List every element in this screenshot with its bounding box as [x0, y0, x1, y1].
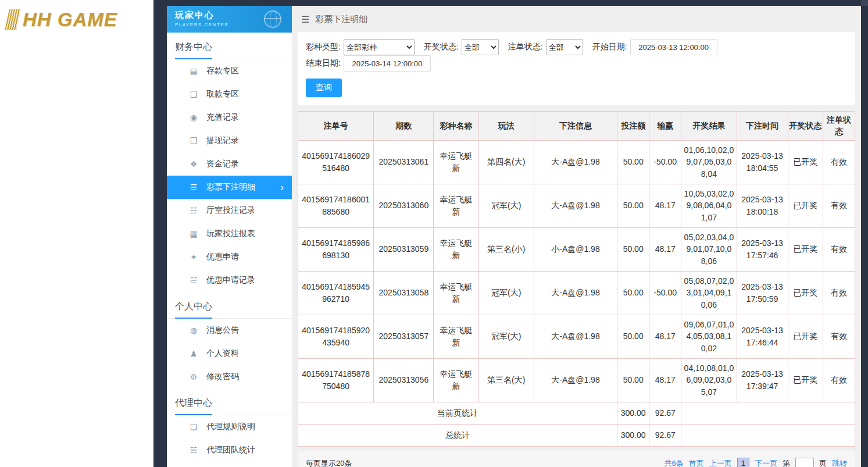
- next-page-link[interactable]: 下一页: [755, 458, 777, 467]
- prev-page-link[interactable]: 上一页: [709, 458, 732, 467]
- sidebar-item-notice[interactable]: ◍ 消息公告: [167, 319, 292, 342]
- lottery-type-select[interactable]: 全部彩种: [344, 39, 415, 55]
- sidebar-item-promo-apply[interactable]: ✦ 优惠申请: [167, 245, 292, 269]
- cell-amount: 50.00: [617, 358, 649, 402]
- draw-status-select[interactable]: 全部: [462, 39, 499, 55]
- table-header-row: 注单号 期数 彩种名称 玩法 下注信息 投注额 输赢 开奖结果 下注时间 开奖状…: [298, 112, 855, 141]
- col-header-amount: 投注额: [617, 112, 649, 141]
- logo-panel: HH GAME: [0, 0, 153, 467]
- first-page-link[interactable]: 首页: [689, 458, 704, 467]
- total-summary-win-loss: 92.67: [649, 424, 681, 446]
- search-button[interactable]: 查询: [306, 79, 342, 97]
- withdraw-icon: ❑: [188, 90, 199, 99]
- cell-lottery: 幸运飞艇新: [434, 140, 478, 184]
- col-header-order-status: 注单状态: [823, 112, 855, 141]
- cell-order-id: 401569174185986698130: [298, 227, 374, 271]
- page-summary-spacer: [681, 402, 855, 424]
- sidebar: 玩家中心 PLAYERS CENTER 财务中心 ▤ 存款专区 ❑ 取款专区 ◉…: [167, 6, 292, 467]
- cell-order-status: 有效: [823, 358, 855, 402]
- pagination-controls: 共6条 首页 上一页 1 下一页 第 页 跳转: [665, 458, 847, 467]
- bet-detail-icon: ☰: [188, 183, 199, 192]
- page-size-text: 每页显示20条: [306, 458, 352, 467]
- page-jump-input[interactable]: [795, 458, 814, 467]
- cell-bet-info: 大-A盘@1.98: [534, 271, 617, 315]
- sidebar-header: 玩家中心 PLAYERS CENTER: [167, 6, 292, 33]
- sidebar-item-label: 提现记录: [206, 136, 239, 146]
- promo-icon: ✦: [188, 252, 199, 262]
- col-header-lottery: 彩种名称: [434, 112, 478, 141]
- report-icon: ▦: [188, 229, 199, 238]
- cell-amount: 50.00: [617, 271, 649, 315]
- section-title-finance: 财务中心: [167, 33, 292, 59]
- total-summary-row: 总统计 300.00 92.67: [298, 424, 855, 446]
- cell-play: 冠军(大): [478, 315, 534, 358]
- cell-win-loss: -50.00: [649, 140, 681, 184]
- stats-icon: ☵: [188, 445, 199, 455]
- cell-result: 10,05,03,02,09,08,06,04,01,07: [681, 184, 737, 227]
- cell-win-loss: 48.17: [649, 315, 681, 358]
- sidebar-item-agent-team-stats[interactable]: ☵ 代理团队统计: [167, 439, 292, 462]
- cell-order-id: 401569174186001885680: [298, 184, 374, 227]
- sidebar-item-lottery-bet-detail[interactable]: ☰ 彩票下注明细 ›: [167, 176, 292, 199]
- jump-button[interactable]: 跳转: [832, 458, 847, 467]
- sidebar-item-label: 修改密码: [206, 372, 239, 382]
- cell-draw-status: 已开奖: [788, 227, 823, 271]
- sidebar-item-label: 存款专区: [206, 66, 239, 76]
- lottery-type-label: 彩种类型:: [306, 42, 341, 52]
- cell-win-loss: -50.00: [649, 271, 681, 315]
- sidebar-item-change-password[interactable]: ⚙ 修改密码: [167, 365, 292, 388]
- cell-bet-time: 2025-03-13 17:46:44: [737, 315, 788, 358]
- sidebar-item-hall-bet-record[interactable]: ☷ 厅室投注记录: [167, 199, 292, 222]
- logo-bars-icon: [5, 9, 21, 30]
- cell-period: 20250313056: [374, 358, 434, 402]
- sidebar-item-profile[interactable]: ♟ 个人资料: [167, 342, 292, 365]
- total-summary-amount: 300.00: [617, 424, 649, 446]
- sidebar-item-player-bet-report[interactable]: ▦ 玩家投注报表: [167, 222, 292, 245]
- table-row: 401569174185986698130 20250313059 幸运飞艇新 …: [298, 227, 855, 271]
- cell-period: 20250313058: [374, 271, 434, 315]
- button-row: 查询: [306, 79, 847, 97]
- cell-draw-status: 已开奖: [788, 315, 823, 358]
- cell-amount: 50.00: [617, 184, 649, 227]
- start-date-input[interactable]: [630, 39, 717, 55]
- sidebar-item-label: 代理团队统计: [206, 445, 255, 455]
- page-summary-amount: 300.00: [617, 402, 649, 424]
- logo: HH GAME: [0, 0, 153, 38]
- sidebar-item-promo-apply-record[interactable]: ☱ 优惠申请记录: [167, 269, 292, 292]
- withdrawal-record-icon: ❒: [188, 136, 199, 145]
- bet-table: 注单号 期数 彩种名称 玩法 下注信息 投注额 输赢 开奖结果 下注时间 开奖状…: [298, 111, 855, 447]
- order-status-select[interactable]: 全部: [546, 39, 583, 55]
- filter-lottery-type: 彩种类型: 全部彩种: [306, 39, 415, 55]
- cell-order-status: 有效: [823, 184, 855, 227]
- sidebar-item-recharge-record[interactable]: ◉ 充值记录: [167, 106, 292, 129]
- page-summary-win-loss: 92.67: [649, 402, 681, 424]
- current-page-button[interactable]: 1: [737, 458, 749, 467]
- cell-amount: 50.00: [617, 315, 649, 358]
- sidebar-item-withdrawal-record[interactable]: ❒ 提现记录: [167, 129, 292, 152]
- chevron-right-icon: ›: [280, 182, 284, 192]
- jump-prefix-text: 第: [783, 458, 790, 467]
- order-status-label: 注单状态:: [508, 42, 543, 52]
- logo-text: HH GAME: [23, 9, 117, 31]
- cell-amount: 50.00: [617, 140, 649, 184]
- deposit-icon: ▤: [188, 66, 199, 76]
- cell-order-status: 有效: [823, 315, 855, 358]
- end-date-input[interactable]: [344, 55, 431, 72]
- sidebar-item-funds-record[interactable]: ❖ 资金记录: [167, 152, 292, 176]
- sidebar-item-deposit[interactable]: ▤ 存款专区: [167, 59, 292, 83]
- cell-bet-info: 大-A盘@1.98: [534, 315, 617, 358]
- total-count-text: 共6条: [665, 458, 684, 467]
- document-icon: ❏: [188, 422, 199, 432]
- cell-bet-info: 大-A盘@1.98: [534, 140, 617, 184]
- cell-result: 09,06,07,01,04,05,03,08,10,02: [681, 315, 737, 358]
- cell-period: 20250313059: [374, 227, 434, 271]
- cell-play: 冠军(大): [478, 271, 534, 315]
- menu-toggle-icon[interactable]: ☰: [301, 14, 309, 25]
- table-row: 401569174185920435940 20250313057 幸运飞艇新 …: [298, 315, 855, 358]
- sidebar-item-agent-rules[interactable]: ❏ 代理规则说明: [167, 415, 292, 439]
- filter-row: 彩种类型: 全部彩种 开奖状态: 全部 注单状态: 全部: [306, 39, 847, 72]
- cell-win-loss: 48.17: [649, 358, 681, 402]
- sidebar-item-withdraw[interactable]: ❑ 取款专区: [167, 83, 292, 106]
- sidebar-item-label: 优惠申请记录: [206, 275, 255, 286]
- scrollbar-track[interactable]: [861, 0, 868, 6]
